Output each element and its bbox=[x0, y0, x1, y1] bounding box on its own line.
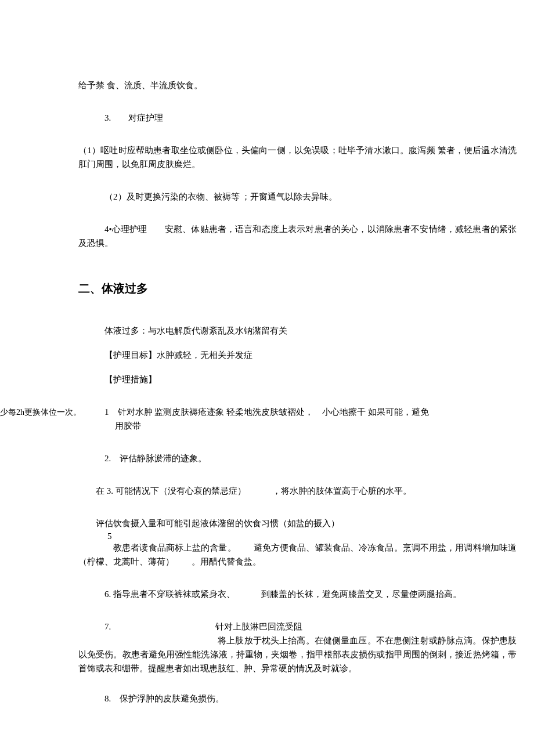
section-2-title: 二、体液过多 bbox=[78, 279, 517, 298]
item-body: 将上肢放于枕头上抬高。在健侧量血压。不在患侧注射或静脉点滴。保护患肢以免受伤。教… bbox=[78, 636, 517, 673]
text-line2: 用胶带 bbox=[115, 421, 141, 431]
measure-5: 教患者读食品商标上盐的含量。 避免方便食品、罐装食品、冷冻食品。烹调不用盐，用调… bbox=[78, 541, 517, 569]
side-note: 少每2h更换体位一次。 bbox=[0, 406, 81, 419]
measure-6: 6. 指导患者不穿联裤袜或紧身衣、 到膝盖的长袜，避免两膝盖交叉，尽量使两腿抬高… bbox=[78, 587, 517, 601]
item-label: 心理护理 bbox=[112, 225, 147, 234]
sub-item-1: （1）呕吐时应帮助患者取坐位或侧卧位，头偏向一侧，以免误吸；吐毕予清水漱口。腹泻… bbox=[78, 143, 517, 171]
text: 评估饮食摄入量和可能引起液体潴留的饮食习惯（如盐的摄入） bbox=[96, 519, 340, 528]
measure-5-number: 5 bbox=[90, 529, 112, 543]
page-content: 给予禁 食、流质、半流质饮食。 3. 对症护理 （1）呕吐时应帮助患者取坐位或侧… bbox=[78, 78, 517, 724]
paragraph-diet-cont: 给予禁 食、流质、半流质饮食。 bbox=[78, 78, 517, 92]
sub-item-2: （2）及时更换污染的衣物、被褥等 ；开窗通气以除去异味。 bbox=[78, 190, 517, 204]
measure-1: 1 针对水肿 监测皮肤褥疮迹象 轻柔地洗皮肤皱褶处， 小心地擦干 如果可能，避免… bbox=[78, 405, 517, 433]
measure-3: 在 3. 可能情况下（没有心衰的禁忌症） ，将水肿的肢体置高于心脏的水平。 bbox=[78, 484, 517, 498]
item-3-symptomatic-care: 3. 对症护理 bbox=[78, 111, 517, 125]
item-title: 针对上肢淋巴回流受阻 bbox=[215, 622, 302, 631]
text: 教患者读食品商标上盐的含量。 避免方便食品、罐装食品、冷冻食品。烹调不用盐，用调… bbox=[78, 543, 517, 566]
item-number: 4• bbox=[104, 225, 112, 234]
item-number: 3. bbox=[104, 113, 111, 122]
text: （1）呕吐时应帮助患者取坐位或侧卧位，头偏向一侧，以免误吸；吐毕予清水漱口。腹泻… bbox=[78, 146, 517, 169]
nursing-measures-label: 【护理措施】 bbox=[78, 372, 517, 386]
item-4-psychological-care: 4•心理护理 安慰、体贴患者，语言和态度上表示对患者的关心，以消除患者不安情绪，… bbox=[78, 222, 517, 250]
measure-4: 评估饮食摄入量和可能引起液体潴留的饮食习惯（如盐的摄入） 5 bbox=[78, 516, 517, 530]
item-number: 7. bbox=[104, 622, 111, 631]
item-label: 对症护理 bbox=[128, 113, 163, 122]
measure-7: 7.针对上肢淋巴回流受阻 将上肢放于枕头上抬高。在健侧量血压。不在患侧注射或静脉… bbox=[78, 620, 517, 675]
measure-2: 2. 评估静脉淤滞的迹象。 bbox=[78, 451, 517, 465]
nursing-goal: 【护理目标】水肿减轻，无相关并发症 bbox=[78, 348, 517, 362]
definition: 体液过多：与水电解质代谢紊乱及水钠潴留有关 bbox=[78, 324, 517, 338]
measure-8: 8. 保护浮肿的皮肤避免损伤。 bbox=[78, 692, 517, 706]
text-line1: 1 针对水肿 监测皮肤褥疮迹象 轻柔地洗皮肤皱褶处， 小心地擦干 如果可能，避免 bbox=[104, 407, 429, 417]
